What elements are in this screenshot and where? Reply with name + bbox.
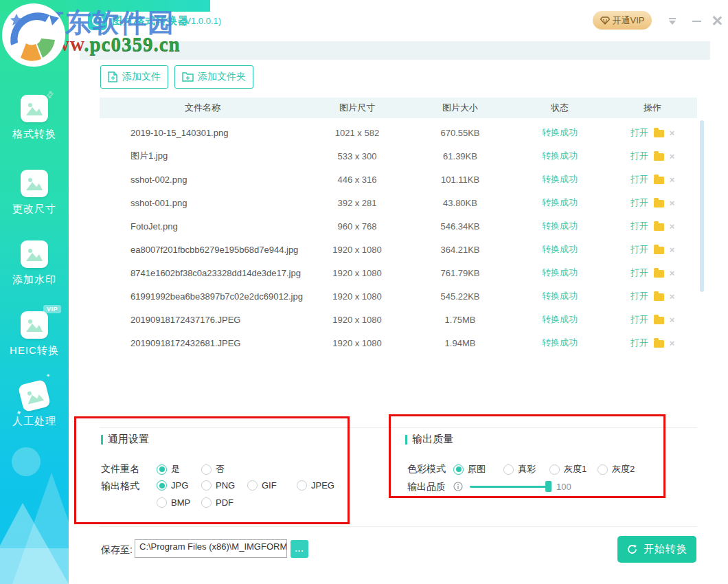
folder-icon[interactable] bbox=[654, 177, 664, 184]
sidebar-item[interactable]: 添加水印 bbox=[0, 240, 69, 287]
remove-icon[interactable]: × bbox=[670, 175, 675, 184]
remove-icon[interactable]: × bbox=[670, 339, 675, 348]
sidebar-item[interactable]: 更改尺寸 bbox=[0, 170, 69, 216]
radio-option[interactable]: 是 bbox=[157, 463, 201, 475]
format-convert-icon bbox=[21, 95, 48, 122]
general-settings-title: 通用设置 bbox=[101, 433, 149, 446]
refresh-icon bbox=[626, 543, 638, 555]
radio-option[interactable]: 灰度1 bbox=[549, 463, 598, 475]
remove-icon[interactable]: × bbox=[670, 152, 675, 161]
radio-option[interactable]: 否 bbox=[201, 463, 225, 475]
table-row: sshot-001.png 392 x 281 43.80KB 转换成功 打开 … bbox=[100, 191, 697, 214]
sidebar-item[interactable]: 人工处理 bbox=[0, 382, 69, 428]
remove-icon[interactable]: × bbox=[670, 199, 675, 207]
start-convert-button[interactable]: 开始转换 bbox=[617, 536, 696, 563]
main-area: 图片格式转换器 (V1.0.0.1) 开通VIP 添加文件 bbox=[69, 0, 728, 584]
sidebar-item[interactable]: 格式转换 bbox=[0, 95, 69, 141]
radio-option[interactable]: JPG bbox=[157, 480, 201, 491]
output-quality-row: 输出品质 100 bbox=[407, 481, 571, 492]
open-link[interactable]: 打开 bbox=[630, 243, 648, 256]
remove-icon[interactable]: × bbox=[670, 315, 675, 324]
close-icon[interactable] bbox=[712, 15, 723, 26]
remove-icon[interactable]: × bbox=[670, 128, 675, 137]
file-size: 761.79KB bbox=[409, 268, 512, 278]
quality-value: 100 bbox=[556, 482, 571, 492]
sidebar-item-label: 添加水印 bbox=[0, 273, 69, 287]
col-size: 图片大小 bbox=[409, 102, 512, 114]
file-size: 1.94MB bbox=[409, 338, 512, 348]
open-link[interactable]: 打开 bbox=[630, 290, 648, 302]
color-mode-row: 色彩模式 原图 真彩 灰度1 bbox=[407, 463, 659, 475]
remove-icon[interactable]: × bbox=[670, 245, 675, 254]
folder-icon[interactable] bbox=[654, 340, 664, 348]
radio-option[interactable]: GIF bbox=[247, 480, 297, 491]
open-link[interactable]: 打开 bbox=[630, 196, 648, 209]
row-actions: 打开 × bbox=[608, 267, 697, 279]
file-dimensions: 1920 x 1080 bbox=[306, 245, 409, 255]
color-mode-options: 原图 真彩 灰度1 灰度2 bbox=[453, 463, 659, 475]
folder-icon[interactable] bbox=[654, 223, 664, 231]
file-dimensions: 960 x 768 bbox=[306, 221, 409, 232]
open-link[interactable]: 打开 bbox=[630, 267, 648, 279]
open-link[interactable]: 打开 bbox=[630, 150, 648, 162]
folder-icon[interactable] bbox=[654, 270, 664, 278]
col-actions: 操作 bbox=[608, 102, 697, 114]
folder-icon[interactable] bbox=[654, 247, 664, 254]
minimize-icon[interactable] bbox=[692, 21, 701, 22]
file-name: 20190918172432681.JPEG bbox=[100, 338, 306, 348]
status-text: 转换成功 bbox=[512, 173, 608, 186]
radio-option[interactable]: 真彩 bbox=[503, 463, 549, 475]
add-folder-button[interactable]: 添加文件夹 bbox=[174, 65, 253, 89]
table-row: sshot-002.png 446 x 316 101.11KB 转换成功 打开… bbox=[100, 168, 697, 191]
folder-icon[interactable] bbox=[654, 317, 664, 324]
file-name: sshot-002.png bbox=[100, 175, 306, 185]
table-row: 2019-10-15_140301.png 1021 x 582 670.55K… bbox=[100, 121, 697, 144]
browse-button[interactable]: ... bbox=[291, 540, 308, 558]
status-text: 转换成功 bbox=[512, 126, 608, 139]
table-row: ea8007f201fbcbb6279e195b68d7e944.jpg 192… bbox=[100, 238, 697, 261]
open-link[interactable]: 打开 bbox=[630, 126, 648, 139]
radio-option[interactable]: 原图 bbox=[453, 463, 503, 475]
radio-circle bbox=[201, 464, 212, 475]
file-name: 20190918172437176.JPEG bbox=[100, 315, 306, 325]
vip-badge: VIP bbox=[43, 305, 61, 313]
folder-icon[interactable] bbox=[654, 153, 664, 161]
add-file-button[interactable]: 添加文件 bbox=[100, 65, 168, 89]
radio-option[interactable]: PDF bbox=[201, 497, 234, 508]
skin-menu-icon[interactable] bbox=[668, 18, 676, 25]
open-link[interactable]: 打开 bbox=[630, 173, 648, 186]
radio-option[interactable]: BMP bbox=[157, 497, 201, 508]
radio-circle bbox=[157, 480, 167, 491]
app-window: 格式转换 更改尺寸 bbox=[0, 0, 728, 584]
radio-option[interactable]: PNG bbox=[201, 480, 247, 491]
watermark-site-logo bbox=[1, 3, 66, 67]
status-text: 转换成功 bbox=[512, 150, 608, 162]
radio-option[interactable]: 灰度2 bbox=[598, 463, 635, 475]
sidebar-item[interactable]: VIP HEIC转换 bbox=[0, 311, 69, 357]
status-text: 转换成功 bbox=[512, 290, 608, 302]
table-header: 文件名称 图片尺寸 图片大小 状态 操作 bbox=[100, 98, 697, 118]
output-quality-title: 输出质量 bbox=[405, 433, 453, 446]
file-dimensions: 1920 x 1080 bbox=[306, 291, 409, 302]
remove-icon[interactable]: × bbox=[670, 292, 675, 301]
open-link[interactable]: 打开 bbox=[630, 337, 648, 349]
radio-option[interactable]: JPEG bbox=[297, 480, 349, 491]
file-size: 1.75MB bbox=[409, 315, 512, 325]
output-format-options: JPG PNG GIF JPEG bbox=[157, 480, 350, 508]
remove-icon[interactable]: × bbox=[670, 222, 675, 231]
file-dimensions: 533 x 300 bbox=[306, 151, 409, 161]
folder-icon[interactable] bbox=[654, 200, 664, 207]
open-vip-button[interactable]: 开通VIP bbox=[593, 11, 652, 30]
radio-circle bbox=[157, 464, 167, 475]
open-link[interactable]: 打开 bbox=[630, 220, 648, 232]
table-scrollbar[interactable] bbox=[700, 120, 704, 292]
remove-icon[interactable]: × bbox=[670, 269, 675, 278]
folder-icon[interactable] bbox=[654, 293, 664, 301]
folder-icon[interactable] bbox=[654, 130, 664, 137]
sidebar-item-label: 格式转换 bbox=[0, 128, 69, 141]
quality-slider-track[interactable] bbox=[470, 486, 550, 488]
save-path-input[interactable]: C:\Program Files (x86)\M_IMGFORMA bbox=[135, 539, 287, 558]
quality-slider-thumb[interactable] bbox=[545, 481, 551, 492]
table-row: 8741e1602bf38c0a23328dd14de3de17.jpg 192… bbox=[100, 261, 697, 284]
open-link[interactable]: 打开 bbox=[630, 313, 648, 326]
